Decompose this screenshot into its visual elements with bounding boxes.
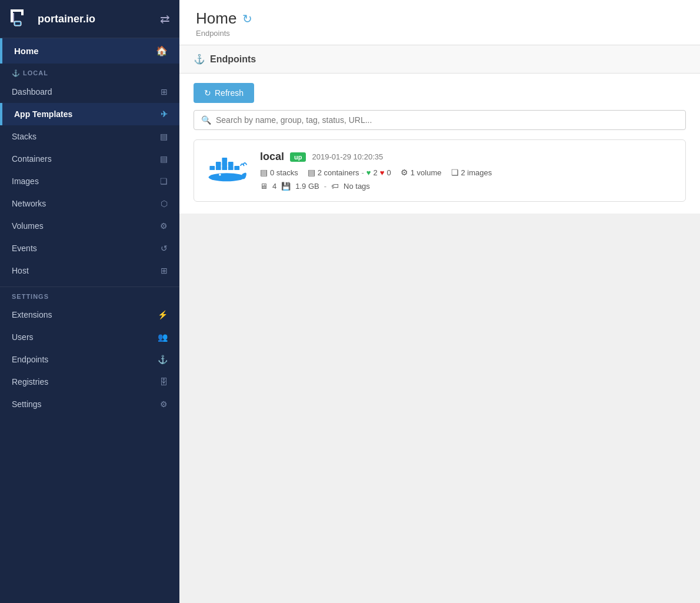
healthy-heart-icon: ♥ (366, 168, 371, 177)
svg-rect-7 (216, 162, 221, 166)
settings-section-label: SETTINGS (0, 287, 179, 304)
settings-label: Settings (12, 399, 42, 409)
svg-point-16 (219, 174, 221, 176)
stacks-count: 0 stacks (270, 168, 298, 177)
unhealthy-count: 0 (387, 168, 391, 177)
main-title-row: Home ↻ (196, 9, 684, 28)
svg-rect-13 (228, 166, 234, 170)
dashboard-icon: ⊞ (161, 87, 168, 96)
svg-rect-12 (228, 162, 234, 166)
registries-icon: 🗄 (159, 377, 168, 387)
main-content-area: Home ↻ Endpoints ⚓ Endpoints ↻ Refresh 🔍 (179, 0, 700, 603)
images-label: Images (12, 176, 39, 186)
app-templates-label: App Templates (14, 109, 72, 119)
home-label: Home (14, 46, 39, 56)
cpu-count: 4 (272, 182, 276, 191)
volumes-stat-icon: ⚙ (401, 168, 408, 177)
portainer-logo-icon (9, 7, 33, 31)
extensions-label: Extensions (12, 310, 52, 319)
page-title: Home (196, 9, 236, 28)
svg-rect-5 (15, 22, 20, 25)
extensions-icon: ⚡ (158, 310, 168, 319)
dashboard-label: Dashboard (12, 87, 52, 96)
sidebar-logo-area: portainer.io (9, 7, 95, 31)
sidebar: portainer.io ⇄ Home 🏠 ⚓LOCAL Dashboard ⊞… (0, 0, 179, 603)
endpoints-toolbar: ↻ Refresh (179, 74, 700, 110)
users-icon: 👥 (158, 332, 168, 342)
volumes-stat: ⚙ 1 volume (401, 168, 442, 177)
endpoints-nav-icon: ⚓ (158, 355, 168, 364)
endpoint-info: local up 2019-01-29 10:20:35 ▤ 0 stacks … (260, 151, 672, 191)
users-label: Users (12, 332, 34, 342)
containers-label: Containers (12, 154, 52, 164)
endpoint-status-badge: up (290, 152, 306, 162)
sidebar-header: portainer.io ⇄ (0, 0, 179, 38)
networks-icon: ⬡ (161, 199, 168, 208)
sidebar-item-users[interactable]: Users 👥 (0, 326, 179, 348)
home-icon: 🏠 (156, 45, 168, 56)
tags-label: No tags (344, 182, 370, 191)
endpoint-name: local (260, 151, 284, 163)
containers-icon: ▤ (160, 154, 168, 164)
search-input[interactable] (216, 115, 678, 125)
endpoint-stats: ▤ 0 stacks ▤ 2 containers - ♥ 2 ♥ 0 (260, 168, 672, 177)
endpoint-name-row: local up 2019-01-29 10:20:35 (260, 151, 672, 163)
svg-rect-3 (13, 13, 14, 22)
memory-value: 1.9 GB (295, 182, 319, 191)
sidebar-item-app-templates[interactable]: App Templates ✈ (0, 103, 179, 125)
images-stat: ❏ 2 images (451, 168, 492, 177)
sidebar-item-registries[interactable]: Registries 🗄 (0, 371, 179, 393)
tag-icon: 🏷 (331, 182, 339, 191)
sidebar-item-events[interactable]: Events ↺ (0, 237, 179, 259)
host-label: Host (12, 266, 29, 275)
stacks-stat-icon: ▤ (260, 168, 268, 177)
sidebar-item-settings[interactable]: Settings ⚙ (0, 393, 179, 415)
sidebar-logo-text: portainer.io (38, 13, 95, 25)
endpoint-tags-row: 🖥 4 💾 1.9 GB - 🏷 No tags (260, 182, 672, 191)
stacks-label: Stacks (12, 132, 36, 141)
sidebar-item-stacks[interactable]: Stacks ▤ (0, 125, 179, 148)
endpoint-card[interactable]: local up 2019-01-29 10:20:35 ▤ 0 stacks … (194, 139, 686, 202)
memory-icon: 💾 (281, 182, 291, 191)
sidebar-item-extensions[interactable]: Extensions ⚡ (0, 304, 179, 326)
containers-stat-icon: ▤ (308, 168, 315, 177)
sidebar-item-volumes[interactable]: Volumes ⚙ (0, 215, 179, 237)
breadcrumb: Endpoints (196, 29, 684, 38)
refresh-button[interactable]: ↻ Refresh (194, 83, 254, 103)
local-section-label: ⚓LOCAL (0, 64, 179, 81)
sidebar-item-endpoints[interactable]: Endpoints ⚓ (0, 348, 179, 371)
settings-icon: ⚙ (160, 399, 168, 409)
svg-point-15 (209, 173, 245, 181)
networks-label: Networks (12, 199, 46, 208)
sidebar-item-dashboard[interactable]: Dashboard ⊞ (0, 81, 179, 103)
sidebar-item-networks[interactable]: Networks ⬡ (0, 192, 179, 215)
svg-rect-6 (209, 166, 215, 170)
registries-label: Registries (12, 377, 48, 387)
endpoints-section-header: ⚓ Endpoints (179, 45, 700, 74)
cpu-icon: 🖥 (260, 182, 268, 191)
stacks-stat: ▤ 0 stacks (260, 168, 298, 177)
main-content: ⚓ Endpoints ↻ Refresh 🔍 (179, 45, 700, 214)
endpoints-header-icon: ⚓ (194, 54, 205, 65)
main-header: Home ↻ Endpoints (179, 0, 700, 45)
sidebar-toggle-icon[interactable]: ⇄ (160, 12, 170, 26)
sidebar-item-host[interactable]: Host ⊞ (0, 259, 179, 282)
refresh-btn-label: Refresh (215, 88, 244, 98)
images-count: 2 images (461, 168, 492, 177)
containers-count: 2 containers (318, 168, 359, 177)
header-refresh-icon[interactable]: ↻ (242, 12, 252, 26)
containers-stat: ▤ 2 containers - ♥ 2 ♥ 0 (308, 168, 391, 177)
sidebar-item-home[interactable]: Home 🏠 (0, 38, 179, 64)
app-templates-icon: ✈ (161, 109, 168, 119)
endpoint-date: 2019-01-29 10:20:35 (312, 152, 383, 161)
images-icon: ❏ (160, 176, 168, 186)
sidebar-item-images[interactable]: Images ❏ (0, 170, 179, 192)
search-bar: 🔍 (194, 110, 686, 130)
unhealthy-heart-icon: ♥ (380, 168, 385, 177)
endpoints-section: ⚓ Endpoints ↻ Refresh 🔍 (179, 45, 700, 214)
docker-logo-icon (207, 151, 248, 186)
svg-rect-10 (222, 162, 227, 166)
endpoints-nav-label: Endpoints (12, 355, 48, 364)
images-stat-icon: ❏ (451, 168, 459, 177)
sidebar-item-containers[interactable]: Containers ▤ (0, 148, 179, 170)
